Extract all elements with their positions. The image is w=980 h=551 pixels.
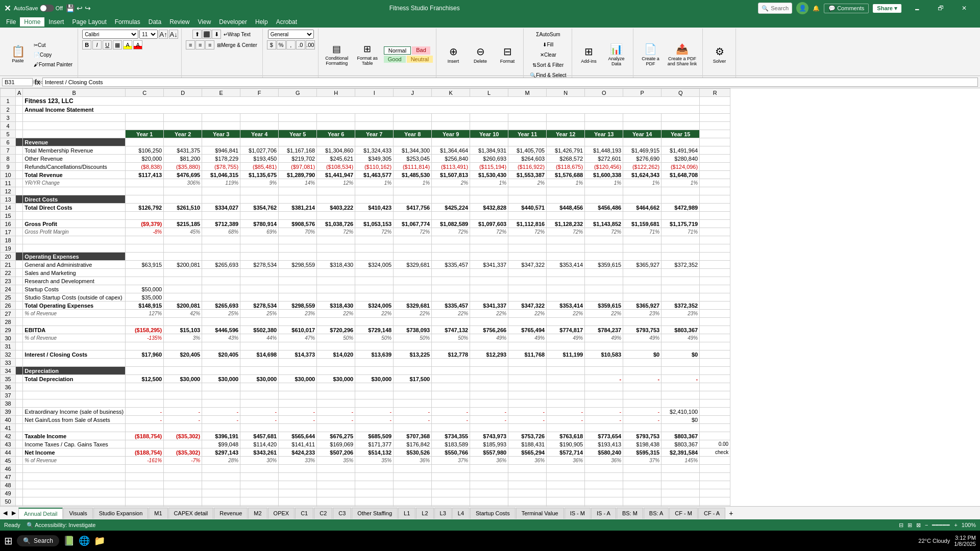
cell-value[interactable]: $272,601 <box>585 155 623 163</box>
font-size-select[interactable]: 11 <box>139 30 158 39</box>
cell-value[interactable] <box>547 269 585 277</box>
cell-value[interactable]: 50% <box>394 334 432 342</box>
cell-value[interactable] <box>662 277 700 285</box>
cell-value[interactable]: 9% <box>240 179 279 187</box>
cell-value[interactable]: $1,384,931 <box>470 146 508 155</box>
menu-home[interactable]: Home <box>20 17 44 27</box>
cell-value[interactable] <box>432 375 470 383</box>
create-pdf-button[interactable]: 📄 Create aPDF <box>638 40 664 69</box>
cell-value[interactable]: 22% <box>432 310 470 318</box>
cell-value[interactable]: - <box>547 416 585 424</box>
cell-value[interactable]: 49% <box>547 334 585 342</box>
cell-value[interactable] <box>508 293 547 302</box>
cell-value[interactable]: $0 <box>662 416 700 424</box>
menu-acrobat[interactable]: Acrobat <box>272 17 301 27</box>
cell-value[interactable]: $729,148 <box>355 326 394 334</box>
menu-insert[interactable]: Insert <box>44 17 68 27</box>
number-format-select[interactable]: General <box>268 30 314 39</box>
cell-value[interactable]: $1,038,726 <box>317 220 355 228</box>
cell-value[interactable]: $1,175,719 <box>662 220 700 228</box>
cell-value[interactable] <box>317 293 355 302</box>
cell-value[interactable] <box>202 285 240 293</box>
cell-value[interactable]: $30,000 <box>164 375 202 383</box>
cell-value[interactable]: 72% <box>585 228 623 236</box>
search-bar[interactable]: 🔍 Search <box>758 3 792 14</box>
autosum-button[interactable]: Σ AutoSum <box>534 30 562 39</box>
align-bottom-button[interactable]: ⬇ <box>212 30 221 39</box>
cell-value[interactable]: $265,693 <box>202 261 240 269</box>
cell-value[interactable] <box>164 277 202 285</box>
cell-value[interactable]: $329,681 <box>394 302 432 310</box>
sheet-tab-opex[interactable]: OPEX <box>268 508 295 519</box>
cell-value[interactable] <box>394 285 432 293</box>
cell-value[interactable]: $1,135,675 <box>240 171 279 179</box>
cell-value[interactable]: - <box>623 416 662 424</box>
cell-value[interactable]: $446,596 <box>202 326 240 334</box>
cell-value[interactable]: 36% <box>508 457 547 465</box>
cell-value[interactable]: $11,199 <box>547 350 585 359</box>
cell-value[interactable]: - <box>432 416 470 424</box>
menu-formulas[interactable]: Formulas <box>111 17 144 27</box>
cell-value[interactable]: $260,693 <box>470 155 508 163</box>
cell-value[interactable]: $335,457 <box>432 261 470 269</box>
cell-value[interactable]: $329,681 <box>394 261 432 269</box>
cell-value[interactable]: 72% <box>394 228 432 236</box>
cell-value[interactable]: 22% <box>585 310 623 318</box>
cell-value[interactable]: $245,621 <box>317 155 355 163</box>
decrease-decimal-button[interactable]: .00 <box>306 40 315 49</box>
cell-value[interactable]: 72% <box>547 228 585 236</box>
cell-value[interactable]: $720,296 <box>317 326 355 334</box>
cell-value[interactable]: $1,405,705 <box>508 146 547 155</box>
cell-value[interactable]: $198,438 <box>623 440 662 448</box>
cell-value[interactable]: $30,000 <box>279 375 317 383</box>
cell-value[interactable]: $341,337 <box>470 261 508 269</box>
decrease-font-button[interactable]: A↓ <box>169 30 178 39</box>
cell-value[interactable] <box>547 285 585 293</box>
analyze-data-button[interactable]: 📊 AnalyzeData <box>603 40 630 69</box>
cell-value[interactable]: 68% <box>202 228 240 236</box>
cell-value[interactable]: - <box>164 408 202 416</box>
cell-value[interactable]: $1,324,433 <box>355 146 394 155</box>
cell-value[interactable]: 44% <box>240 334 279 342</box>
cell-value[interactable]: 69% <box>240 228 279 236</box>
cell-value[interactable]: - <box>508 416 547 424</box>
paste-button[interactable]: 📋 Paste <box>5 40 31 69</box>
font-color-button[interactable]: A <box>133 40 142 49</box>
sheet-tab-cf---a[interactable]: CF - A <box>698 508 725 519</box>
fill-button[interactable]: ⬇ Fill <box>541 40 555 49</box>
delete-button[interactable]: ⊖ Delete <box>468 40 493 69</box>
sheet-tab-capex-detail[interactable]: CAPEX detail <box>168 508 214 519</box>
cell-value[interactable] <box>126 277 164 285</box>
cell-value[interactable]: $1,027,706 <box>240 146 279 155</box>
cell-value[interactable]: $353,414 <box>547 261 585 269</box>
cell-value[interactable]: $349,305 <box>355 155 394 163</box>
taskbar-excel[interactable]: 📗 <box>63 535 75 546</box>
cell-value[interactable]: ($118,675) <box>547 163 585 171</box>
cell-value[interactable]: 1% <box>470 179 508 187</box>
cell-value[interactable] <box>126 269 164 277</box>
cell-value[interactable]: $780,914 <box>240 220 279 228</box>
cell-value[interactable]: $432,828 <box>470 204 508 212</box>
autosave-switch[interactable] <box>40 5 54 12</box>
sheet-tab-terminal-value[interactable]: Terminal Value <box>516 508 564 519</box>
zoom-in-icon[interactable]: + <box>954 522 957 528</box>
cell-value[interactable]: - <box>317 408 355 416</box>
cell-value[interactable] <box>470 269 508 277</box>
cell-value[interactable]: 25% <box>202 310 240 318</box>
cell-value[interactable] <box>317 285 355 293</box>
cell-value[interactable]: $148,915 <box>126 302 164 310</box>
cell-value[interactable]: 22% <box>394 310 432 318</box>
cell-value[interactable]: $335,457 <box>432 302 470 310</box>
cell-value[interactable]: - <box>662 375 700 383</box>
cell-value[interactable]: 72% <box>432 228 470 236</box>
cell-value[interactable]: $1,600,338 <box>585 171 623 179</box>
menu-file[interactable]: File <box>2 17 20 27</box>
cell-value[interactable]: $1,304,860 <box>317 146 355 155</box>
cell-value[interactable] <box>432 277 470 285</box>
sheet-tab-annual-detail[interactable]: Annual Detail <box>18 508 63 519</box>
cell-value[interactable]: $341,337 <box>470 302 508 310</box>
cell-value[interactable] <box>585 293 623 302</box>
cell-value[interactable]: ($111,814) <box>394 163 432 171</box>
cell-value[interactable]: 47% <box>279 334 317 342</box>
cell-value[interactable]: 36% <box>547 457 585 465</box>
